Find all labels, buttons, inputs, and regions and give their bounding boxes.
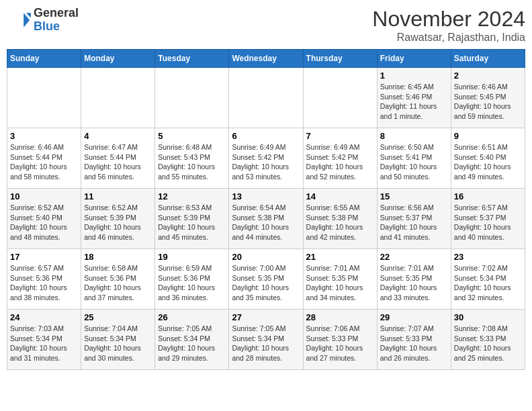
calendar-week-4: 17Sunrise: 6:57 AMSunset: 5:36 PMDayligh… — [7, 249, 525, 310]
calendar-cell: 6Sunrise: 6:49 AMSunset: 5:42 PMDaylight… — [229, 128, 303, 189]
day-number: 4 — [84, 131, 152, 141]
calendar-cell: 16Sunrise: 6:57 AMSunset: 5:37 PMDayligh… — [451, 189, 525, 249]
day-number: 16 — [454, 191, 522, 201]
calendar-cell: 28Sunrise: 7:06 AMSunset: 5:33 PMDayligh… — [303, 310, 377, 370]
calendar-week-5: 24Sunrise: 7:03 AMSunset: 5:34 PMDayligh… — [7, 310, 525, 370]
day-info: Sunrise: 7:00 AMSunset: 5:35 PMDaylight:… — [232, 263, 300, 303]
calendar-cell: 10Sunrise: 6:52 AMSunset: 5:40 PMDayligh… — [7, 189, 81, 249]
calendar-cell: 17Sunrise: 6:57 AMSunset: 5:36 PMDayligh… — [7, 249, 81, 310]
day-info: Sunrise: 6:45 AMSunset: 5:46 PMDaylight:… — [380, 82, 448, 122]
day-number: 23 — [454, 252, 522, 262]
day-info: Sunrise: 7:05 AMSunset: 5:34 PMDaylight:… — [232, 324, 300, 363]
day-info: Sunrise: 7:02 AMSunset: 5:34 PMDaylight:… — [454, 263, 522, 303]
calendar-cell — [155, 68, 229, 128]
day-info: Sunrise: 6:55 AMSunset: 5:38 PMDaylight:… — [306, 203, 374, 242]
logo-blue: Blue — [34, 20, 79, 34]
calendar-cell: 30Sunrise: 7:08 AMSunset: 5:33 PMDayligh… — [451, 310, 525, 370]
logo: General Blue — [7, 7, 79, 34]
calendar-cell: 13Sunrise: 6:54 AMSunset: 5:38 PMDayligh… — [229, 189, 303, 249]
weekday-header-monday: Monday — [81, 50, 155, 68]
day-info: Sunrise: 6:50 AMSunset: 5:41 PMDaylight:… — [380, 142, 448, 182]
day-number: 19 — [158, 252, 226, 262]
day-info: Sunrise: 6:56 AMSunset: 5:37 PMDaylight:… — [380, 203, 448, 242]
calendar-cell: 24Sunrise: 7:03 AMSunset: 5:34 PMDayligh… — [7, 310, 81, 370]
location-subtitle: Rawatsar, Rajasthan, India — [372, 32, 525, 44]
calendar-cell: 4Sunrise: 6:47 AMSunset: 5:44 PMDaylight… — [81, 128, 155, 189]
calendar-cell: 9Sunrise: 6:51 AMSunset: 5:40 PMDaylight… — [451, 128, 525, 189]
day-number: 3 — [10, 131, 78, 141]
calendar-cell: 19Sunrise: 6:59 AMSunset: 5:36 PMDayligh… — [155, 249, 229, 310]
day-info: Sunrise: 6:49 AMSunset: 5:42 PMDaylight:… — [232, 142, 300, 182]
day-info: Sunrise: 7:01 AMSunset: 5:35 PMDaylight:… — [380, 263, 448, 303]
calendar-cell: 15Sunrise: 6:56 AMSunset: 5:37 PMDayligh… — [377, 189, 451, 249]
month-title: November 2024 — [372, 7, 525, 32]
day-info: Sunrise: 6:49 AMSunset: 5:42 PMDaylight:… — [306, 142, 374, 182]
day-number: 9 — [454, 131, 522, 141]
calendar-body: 1Sunrise: 6:45 AMSunset: 5:46 PMDaylight… — [7, 68, 525, 370]
day-number: 24 — [10, 312, 78, 322]
calendar-cell: 8Sunrise: 6:50 AMSunset: 5:41 PMDaylight… — [377, 128, 451, 189]
page-header: General Blue November 2024 Rawatsar, Raj… — [7, 7, 525, 44]
weekday-header-tuesday: Tuesday — [155, 50, 229, 68]
day-info: Sunrise: 7:04 AMSunset: 5:34 PMDaylight:… — [84, 324, 152, 363]
weekday-header-saturday: Saturday — [451, 50, 525, 68]
day-info: Sunrise: 6:58 AMSunset: 5:36 PMDaylight:… — [84, 263, 152, 303]
calendar-cell: 27Sunrise: 7:05 AMSunset: 5:34 PMDayligh… — [229, 310, 303, 370]
calendar-week-1: 1Sunrise: 6:45 AMSunset: 5:46 PMDaylight… — [7, 68, 525, 128]
logo-text: General Blue — [34, 7, 79, 34]
weekday-header-row: SundayMondayTuesdayWednesdayThursdayFrid… — [7, 50, 525, 68]
day-number: 27 — [232, 312, 300, 322]
calendar-cell: 12Sunrise: 6:53 AMSunset: 5:39 PMDayligh… — [155, 189, 229, 249]
day-number: 13 — [232, 191, 300, 201]
day-number: 2 — [454, 71, 522, 81]
day-number: 14 — [306, 191, 374, 201]
calendar-cell: 2Sunrise: 6:46 AMSunset: 5:45 PMDaylight… — [451, 68, 525, 128]
calendar-cell — [7, 68, 81, 128]
day-info: Sunrise: 6:57 AMSunset: 5:36 PMDaylight:… — [10, 263, 78, 303]
day-number: 18 — [84, 252, 152, 262]
day-number: 10 — [10, 191, 78, 201]
day-info: Sunrise: 7:07 AMSunset: 5:33 PMDaylight:… — [380, 324, 448, 363]
calendar-cell: 3Sunrise: 6:46 AMSunset: 5:44 PMDaylight… — [7, 128, 81, 189]
day-number: 29 — [380, 312, 448, 322]
weekday-header-thursday: Thursday — [303, 50, 377, 68]
calendar-cell: 14Sunrise: 6:55 AMSunset: 5:38 PMDayligh… — [303, 189, 377, 249]
logo-general: General — [34, 7, 79, 20]
day-info: Sunrise: 6:47 AMSunset: 5:44 PMDaylight:… — [84, 142, 152, 182]
day-info: Sunrise: 6:57 AMSunset: 5:37 PMDaylight:… — [454, 203, 522, 242]
day-number: 8 — [380, 131, 448, 141]
day-info: Sunrise: 7:08 AMSunset: 5:33 PMDaylight:… — [454, 324, 522, 363]
calendar-cell: 23Sunrise: 7:02 AMSunset: 5:34 PMDayligh… — [451, 249, 525, 310]
day-info: Sunrise: 7:05 AMSunset: 5:34 PMDaylight:… — [158, 324, 226, 363]
day-number: 6 — [232, 131, 300, 141]
day-number: 25 — [84, 312, 152, 322]
day-number: 5 — [158, 131, 226, 141]
day-number: 17 — [10, 252, 78, 262]
weekday-header-wednesday: Wednesday — [229, 50, 303, 68]
day-number: 12 — [158, 191, 226, 201]
day-number: 22 — [380, 252, 448, 262]
day-info: Sunrise: 6:46 AMSunset: 5:45 PMDaylight:… — [454, 82, 522, 122]
day-info: Sunrise: 6:51 AMSunset: 5:40 PMDaylight:… — [454, 142, 522, 182]
calendar-header: SundayMondayTuesdayWednesdayThursdayFrid… — [7, 50, 525, 68]
weekday-header-friday: Friday — [377, 50, 451, 68]
day-number: 30 — [454, 312, 522, 322]
calendar-week-3: 10Sunrise: 6:52 AMSunset: 5:40 PMDayligh… — [7, 189, 525, 249]
calendar-week-2: 3Sunrise: 6:46 AMSunset: 5:44 PMDaylight… — [7, 128, 525, 189]
calendar-cell: 5Sunrise: 6:48 AMSunset: 5:43 PMDaylight… — [155, 128, 229, 189]
day-info: Sunrise: 6:46 AMSunset: 5:44 PMDaylight:… — [10, 142, 78, 182]
day-number: 20 — [232, 252, 300, 262]
logo-icon — [7, 8, 31, 32]
day-number: 7 — [306, 131, 374, 141]
calendar-cell — [81, 68, 155, 128]
calendar-cell — [303, 68, 377, 128]
day-info: Sunrise: 7:06 AMSunset: 5:33 PMDaylight:… — [306, 324, 374, 363]
weekday-header-sunday: Sunday — [7, 50, 81, 68]
day-info: Sunrise: 6:59 AMSunset: 5:36 PMDaylight:… — [158, 263, 226, 303]
calendar-cell: 29Sunrise: 7:07 AMSunset: 5:33 PMDayligh… — [377, 310, 451, 370]
day-number: 15 — [380, 191, 448, 201]
day-number: 28 — [306, 312, 374, 322]
day-number: 1 — [380, 71, 448, 81]
title-block: November 2024 Rawatsar, Rajasthan, India — [372, 7, 525, 44]
day-number: 11 — [84, 191, 152, 201]
